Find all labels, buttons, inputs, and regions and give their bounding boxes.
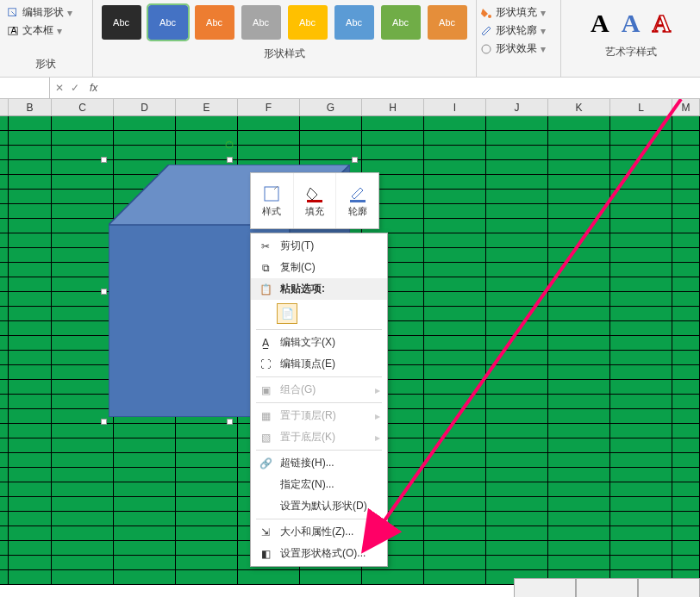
column-header[interactable]: J (486, 99, 548, 115)
cell[interactable] (0, 204, 9, 219)
cell[interactable] (52, 497, 114, 512)
cell[interactable] (672, 453, 700, 468)
cell[interactable] (672, 277, 700, 292)
cell[interactable] (486, 526, 548, 541)
shape-style-swatch-7[interactable]: Abc (428, 5, 467, 40)
cell[interactable] (114, 438, 176, 453)
cell[interactable] (486, 438, 548, 453)
cell[interactable] (0, 424, 9, 438)
sheet-tabs[interactable] (514, 578, 700, 597)
column-header[interactable]: D (114, 99, 176, 115)
cell[interactable] (486, 541, 548, 556)
cell[interactable] (486, 321, 548, 336)
cell[interactable] (114, 497, 176, 512)
mini-outline-button[interactable]: 轮廓 (336, 173, 378, 228)
shape-style-swatch-3[interactable]: Abc (241, 5, 281, 40)
shape-style-swatch-4[interactable]: Abc (288, 5, 328, 40)
cell[interactable] (9, 263, 52, 277)
cell[interactable] (672, 424, 700, 438)
cell[interactable] (176, 497, 238, 512)
cell[interactable] (9, 277, 52, 292)
cell[interactable] (610, 248, 672, 263)
cell[interactable] (176, 570, 238, 585)
cell[interactable] (672, 409, 700, 424)
cell[interactable] (300, 570, 362, 585)
cell[interactable] (0, 263, 9, 277)
cell[interactable] (9, 453, 52, 468)
cell[interactable] (486, 277, 548, 292)
wordart-style-2[interactable]: A (622, 9, 641, 38)
cell[interactable] (362, 570, 424, 585)
cell[interactable] (300, 131, 362, 146)
cell[interactable] (672, 175, 700, 190)
cell[interactable] (0, 292, 9, 307)
cell[interactable] (9, 336, 52, 351)
cell[interactable] (9, 219, 52, 233)
cell[interactable] (0, 438, 9, 453)
cell[interactable] (610, 365, 672, 380)
cell[interactable] (0, 482, 9, 497)
cell[interactable] (0, 277, 9, 292)
cell[interactable] (672, 365, 700, 380)
cell[interactable] (610, 541, 672, 556)
cell[interactable] (114, 424, 176, 438)
cell[interactable] (486, 556, 548, 570)
cell[interactable] (672, 307, 700, 321)
cell[interactable] (424, 409, 486, 424)
resize-handle-sw[interactable] (101, 419, 107, 425)
cell[interactable] (0, 321, 9, 336)
cell[interactable] (0, 190, 9, 204)
wordart-style-3[interactable]: A (652, 9, 671, 38)
cell[interactable] (548, 468, 610, 482)
cell[interactable] (0, 526, 9, 541)
cell[interactable] (672, 351, 700, 365)
cell[interactable] (486, 146, 548, 160)
paste-option-thumb[interactable]: 📄 (251, 300, 387, 327)
cell[interactable] (52, 424, 114, 438)
cell[interactable] (672, 160, 700, 175)
cell[interactable] (9, 204, 52, 219)
cell[interactable] (424, 336, 486, 351)
cell[interactable] (672, 219, 700, 233)
cell[interactable] (176, 541, 238, 556)
wordart-gallery[interactable]: A A A (585, 3, 676, 43)
cell[interactable] (52, 526, 114, 541)
cell[interactable] (548, 380, 610, 395)
menu-edit-text[interactable]: A̲编辑文字(X) (251, 332, 387, 353)
cell[interactable] (672, 395, 700, 409)
column-header[interactable]: E (176, 99, 238, 115)
name-box[interactable] (0, 78, 50, 98)
cell[interactable] (486, 395, 548, 409)
cell[interactable] (0, 233, 9, 248)
cell[interactable] (672, 468, 700, 482)
cell[interactable] (486, 482, 548, 497)
shape-style-swatch-2[interactable]: Abc (195, 5, 234, 40)
cell[interactable] (548, 160, 610, 175)
cell[interactable] (424, 526, 486, 541)
cell[interactable] (9, 233, 52, 248)
cell[interactable] (9, 468, 52, 482)
cell[interactable] (548, 409, 610, 424)
cell[interactable] (610, 146, 672, 160)
cell[interactable] (424, 321, 486, 336)
cell[interactable] (424, 175, 486, 190)
cell[interactable] (610, 190, 672, 204)
cell[interactable] (0, 512, 9, 526)
cell[interactable] (424, 380, 486, 395)
cell[interactable] (548, 307, 610, 321)
cell[interactable] (52, 556, 114, 570)
cell[interactable] (486, 336, 548, 351)
column-header[interactable]: G (300, 99, 362, 115)
cell[interactable] (0, 541, 9, 556)
cell[interactable] (114, 556, 176, 570)
cell[interactable] (424, 512, 486, 526)
shape-style-swatch-1[interactable]: Abc (148, 5, 188, 40)
cell[interactable] (548, 233, 610, 248)
cell[interactable] (424, 556, 486, 570)
cell[interactable] (672, 438, 700, 453)
sheet-tab[interactable] (514, 578, 576, 597)
cell[interactable] (9, 131, 52, 146)
resize-handle-nw[interactable] (101, 157, 107, 163)
cell[interactable] (9, 292, 52, 307)
spreadsheet-grid[interactable]: BCDEFGHIJKLM 样式 填充 轮廓 ✂剪切(T) (0, 99, 700, 597)
